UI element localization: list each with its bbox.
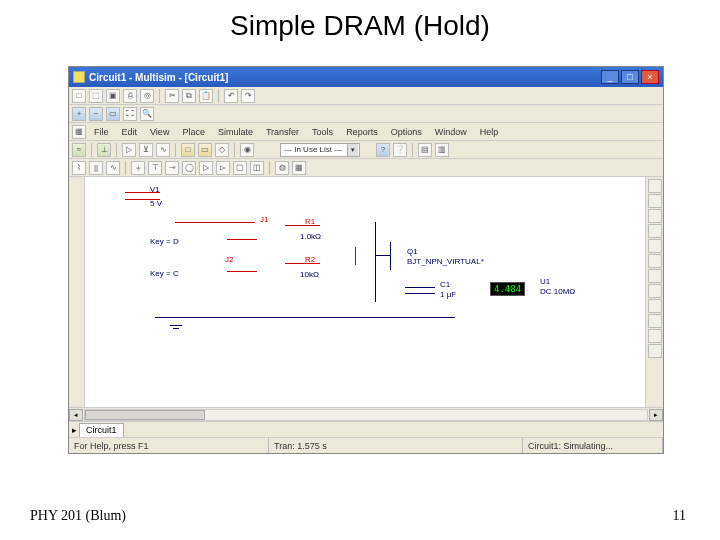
place-bjt-icon[interactable]: ▷ — [199, 161, 213, 175]
preview-icon[interactable]: ◎ — [140, 89, 154, 103]
menu-place[interactable]: Place — [177, 127, 210, 137]
menu-simulate[interactable]: Simulate — [213, 127, 258, 137]
toolbar-view: + − ▭ ⛶ 🔍 — [69, 105, 663, 123]
scroll-right-button[interactable]: ▸ — [649, 409, 663, 421]
place-switch-icon[interactable]: ⊸ — [165, 161, 179, 175]
new-icon[interactable]: □ — [72, 89, 86, 103]
logicconv-icon[interactable] — [648, 299, 662, 313]
wordgen-icon[interactable] — [648, 269, 662, 283]
minimize-button[interactable]: _ — [601, 70, 619, 84]
separator — [91, 143, 92, 157]
scope-icon[interactable] — [648, 224, 662, 238]
funcgen-icon[interactable] — [648, 194, 662, 208]
menu-edit[interactable]: Edit — [117, 127, 143, 137]
basic-icon[interactable]: ⊥ — [97, 143, 111, 157]
label-c1: C1 — [440, 280, 450, 289]
wattmeter-icon[interactable] — [648, 209, 662, 223]
maximize-button[interactable]: □ — [621, 70, 639, 84]
scroll-track[interactable] — [84, 409, 648, 421]
label-q1-type: BJT_NPN_VIRTUAL* — [407, 257, 484, 266]
source-icon[interactable]: ≈ — [72, 143, 86, 157]
transistor-icon[interactable]: ⊻ — [139, 143, 153, 157]
freq-icon[interactable] — [648, 254, 662, 268]
toolbar-place: ⌇ || ∿ ⏚ ⊤ ⊸ ◯ ▷ ▻ ▢ ◫ ◍ ▦ — [69, 159, 663, 177]
tab-menu-icon[interactable]: ▸ — [72, 425, 77, 435]
whatsthis-icon[interactable]: ❔ — [393, 143, 407, 157]
zoom-in-icon[interactable]: + — [72, 107, 86, 121]
analog-icon[interactable]: ∿ — [156, 143, 170, 157]
cmos-icon[interactable]: ▭ — [198, 143, 212, 157]
diode-icon[interactable]: ▷ — [122, 143, 136, 157]
place-gate-icon[interactable]: ◫ — [250, 161, 264, 175]
ttl-icon[interactable]: □ — [181, 143, 195, 157]
cut-icon[interactable]: ✂ — [165, 89, 179, 103]
place-op-icon[interactable]: ▻ — [216, 161, 230, 175]
print-icon[interactable]: ⎙ — [123, 89, 137, 103]
copy-icon[interactable]: ⧉ — [182, 89, 196, 103]
separator — [116, 143, 117, 157]
spectrum-icon[interactable] — [648, 344, 662, 358]
save-icon[interactable]: ▣ — [106, 89, 120, 103]
open-icon[interactable]: ⬚ — [89, 89, 103, 103]
zoom-fit-icon[interactable]: ▭ — [106, 107, 120, 121]
paste-icon[interactable]: 📋 — [199, 89, 213, 103]
place-555-icon[interactable]: ▢ — [233, 161, 247, 175]
menu-help[interactable]: Help — [475, 127, 504, 137]
help-icon[interactable]: ? — [376, 143, 390, 157]
schematic-canvas[interactable]: V1 5 V J1 Key = D R1 1.0kΩ J2 Key = C R2 — [85, 177, 645, 407]
place-scope-icon[interactable]: ▦ — [292, 161, 306, 175]
logic-icon[interactable] — [648, 284, 662, 298]
toolbar-components: ≈ ⊥ ▷ ⊻ ∿ □ ▭ ◇ ◉ --- In Use List --- ? … — [69, 141, 663, 159]
place-ind-icon[interactable]: ∿ — [106, 161, 120, 175]
menu-transfer[interactable]: Transfer — [261, 127, 304, 137]
multimeter-icon[interactable] — [648, 179, 662, 193]
place-led-icon[interactable]: ◯ — [182, 161, 196, 175]
cap-plate1 — [405, 287, 435, 288]
fullscreen-icon[interactable]: ⛶ — [123, 107, 137, 121]
bode-icon[interactable] — [648, 239, 662, 253]
menu-options[interactable]: Options — [386, 127, 427, 137]
scroll-left-button[interactable]: ◂ — [69, 409, 83, 421]
instrument-icon[interactable]: ▤ — [418, 143, 432, 157]
wire — [285, 225, 320, 226]
undo-icon[interactable]: ↶ — [224, 89, 238, 103]
place-cap-icon[interactable]: || — [89, 161, 103, 175]
menu-view[interactable]: View — [145, 127, 174, 137]
menu-tools[interactable]: Tools — [307, 127, 338, 137]
separator — [125, 161, 126, 175]
close-button[interactable]: × — [641, 70, 659, 84]
zoom-out-icon[interactable]: − — [89, 107, 103, 121]
inuse-combo[interactable]: --- In Use List --- — [280, 143, 360, 157]
indicator-icon[interactable]: ◉ — [240, 143, 254, 157]
transistor-body — [390, 242, 391, 270]
scroll-thumb[interactable] — [85, 410, 205, 420]
separator — [269, 161, 270, 175]
wire — [175, 222, 255, 223]
wire — [227, 271, 257, 272]
instruments-panel — [645, 177, 663, 407]
distortion-icon[interactable] — [648, 329, 662, 343]
redo-icon[interactable]: ↷ — [241, 89, 255, 103]
slide-title: Simple DRAM (Hold) — [0, 0, 720, 48]
menu-reports[interactable]: Reports — [341, 127, 383, 137]
menu-file[interactable]: File — [89, 127, 114, 137]
menubar: ▦ File Edit View Place Simulate Transfer… — [69, 123, 663, 141]
instrument2-icon[interactable]: ▥ — [435, 143, 449, 157]
misc-icon[interactable]: ◇ — [215, 143, 229, 157]
place-probe-icon[interactable]: ◍ — [275, 161, 289, 175]
doc-icon: ▦ — [72, 125, 86, 139]
wire-blue — [375, 255, 390, 256]
label-u1-value: DC 10MΩ — [540, 287, 575, 296]
label-u1: U1 — [540, 277, 550, 286]
wire — [125, 192, 160, 193]
iv-icon[interactable] — [648, 314, 662, 328]
scrollbar-horizontal[interactable]: ◂ ▸ — [69, 407, 663, 421]
place-vcc-icon[interactable]: ⊤ — [148, 161, 162, 175]
menu-window[interactable]: Window — [430, 127, 472, 137]
place-resistor-icon[interactable]: ⌇ — [72, 161, 86, 175]
tab-circuit1[interactable]: Circuit1 — [79, 423, 124, 437]
place-gnd-icon[interactable]: ⏚ — [131, 161, 145, 175]
find-icon[interactable]: 🔍 — [140, 107, 154, 121]
status-tran: Tran: 1.575 s — [269, 438, 523, 453]
gnd-symbol — [170, 325, 182, 326]
